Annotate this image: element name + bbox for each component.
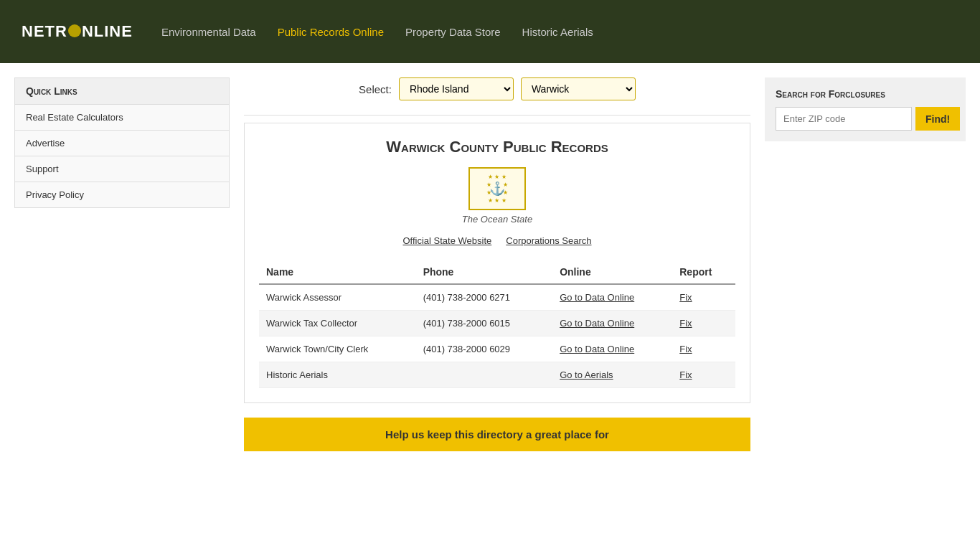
- row-3-phone: [416, 362, 553, 388]
- col-header-online: Online: [552, 260, 672, 284]
- row-2-phone: (401) 738-2000 6029: [416, 336, 553, 362]
- content-area: Select: Rhode Island Warwick Warwick Cou…: [244, 77, 750, 451]
- table-header: Name Phone Online Report: [259, 260, 735, 284]
- state-motto: The Ocean State: [462, 214, 532, 225]
- county-select[interactable]: Warwick: [521, 77, 636, 100]
- row-0-online-link[interactable]: Go to Data Online: [560, 292, 634, 303]
- record-title: Warwick County Public Records: [259, 138, 735, 156]
- main-nav: Environmental Data Public Records Online…: [161, 26, 593, 38]
- logo-globe-icon: [68, 24, 81, 37]
- logo-text-after: NLINE: [82, 22, 133, 41]
- right-sidebar: Search for Forclosures Find!: [765, 77, 966, 451]
- row-1-name: Warwick Tax Collector: [259, 311, 416, 336]
- row-2-name: Warwick Town/City Clerk: [259, 336, 416, 362]
- row-1-fix-link[interactable]: Fix: [679, 318, 692, 329]
- table-row: Historic Aerials Go to Aerials Fix: [259, 362, 735, 388]
- table-row: Warwick Town/City Clerk (401) 738-2000 6…: [259, 336, 735, 362]
- sidebar-item-real-estate[interactable]: Real Estate Calculators: [14, 105, 230, 131]
- state-seal: ⚓ The Ocean State: [259, 167, 735, 225]
- foreclosure-title: Search for Forclosures: [776, 88, 955, 100]
- row-1-online: Go to Data Online: [552, 311, 672, 336]
- select-label: Select:: [359, 83, 392, 95]
- row-1-phone: (401) 738-2000 6015: [416, 311, 553, 336]
- table-row: Warwick Assessor (401) 738-2000 6271 Go …: [259, 284, 735, 311]
- sidebar-item-advertise[interactable]: Advertise: [14, 131, 230, 156]
- state-links: Official State Website Corporations Sear…: [259, 235, 735, 246]
- row-2-fix-link[interactable]: Fix: [679, 344, 692, 354]
- zip-input[interactable]: [776, 107, 912, 131]
- row-0-name: Warwick Assessor: [259, 284, 416, 311]
- foreclosure-input-row: Find!: [776, 107, 955, 131]
- left-sidebar: Quick Links Real Estate Calculators Adve…: [14, 77, 230, 451]
- col-header-name: Name: [259, 260, 416, 284]
- row-3-online: Go to Aerials: [552, 362, 672, 388]
- row-0-phone: (401) 738-2000 6271: [416, 284, 553, 311]
- nav-public-records[interactable]: Public Records Online: [278, 26, 384, 38]
- divider: [244, 115, 750, 116]
- row-0-report: Fix: [672, 284, 735, 311]
- row-3-online-link[interactable]: Go to Aerials: [560, 369, 613, 380]
- sidebar-item-privacy[interactable]: Privacy Policy: [14, 182, 230, 208]
- official-state-website-link[interactable]: Official State Website: [402, 235, 491, 246]
- table-row: Warwick Tax Collector (401) 738-2000 601…: [259, 311, 735, 336]
- main-container: Quick Links Real Estate Calculators Adve…: [0, 63, 980, 451]
- row-3-report: Fix: [672, 362, 735, 388]
- bottom-banner-text: Help us keep this directory a great plac…: [385, 428, 609, 441]
- foreclosure-box: Search for Forclosures Find!: [765, 77, 966, 141]
- state-select[interactable]: Rhode Island: [399, 77, 514, 100]
- state-flag-image: ⚓: [468, 167, 526, 210]
- records-table: Name Phone Online Report Warwick Assesso…: [259, 260, 735, 388]
- find-button[interactable]: Find!: [915, 107, 960, 131]
- row-0-fix-link[interactable]: Fix: [679, 292, 692, 303]
- row-3-name: Historic Aerials: [259, 362, 416, 388]
- sidebar-title: Quick Links: [14, 77, 230, 105]
- table-body: Warwick Assessor (401) 738-2000 6271 Go …: [259, 284, 735, 388]
- row-1-online-link[interactable]: Go to Data Online: [560, 318, 634, 329]
- record-box: Warwick County Public Records ⚓ The Ocea…: [244, 123, 750, 403]
- col-header-phone: Phone: [416, 260, 553, 284]
- row-0-online: Go to Data Online: [552, 284, 672, 311]
- anchor-icon: ⚓: [489, 181, 505, 197]
- nav-historic-aerials[interactable]: Historic Aerials: [522, 26, 593, 38]
- row-2-report: Fix: [672, 336, 735, 362]
- site-header: NETRNLINE Environmental Data Public Reco…: [0, 0, 980, 63]
- select-bar: Select: Rhode Island Warwick: [244, 77, 750, 100]
- row-1-report: Fix: [672, 311, 735, 336]
- table-header-row: Name Phone Online Report: [259, 260, 735, 284]
- bottom-banner: Help us keep this directory a great plac…: [244, 418, 750, 451]
- sidebar-item-support[interactable]: Support: [14, 156, 230, 182]
- nav-property-data-store[interactable]: Property Data Store: [405, 26, 501, 38]
- logo-text-before: NETR: [22, 22, 67, 41]
- nav-environmental-data[interactable]: Environmental Data: [161, 26, 256, 38]
- row-2-online-link[interactable]: Go to Data Online: [560, 344, 634, 354]
- site-logo[interactable]: NETRNLINE: [22, 22, 133, 41]
- row-2-online: Go to Data Online: [552, 336, 672, 362]
- col-header-report: Report: [672, 260, 735, 284]
- corporations-search-link[interactable]: Corporations Search: [506, 235, 591, 246]
- row-3-fix-link[interactable]: Fix: [679, 369, 692, 380]
